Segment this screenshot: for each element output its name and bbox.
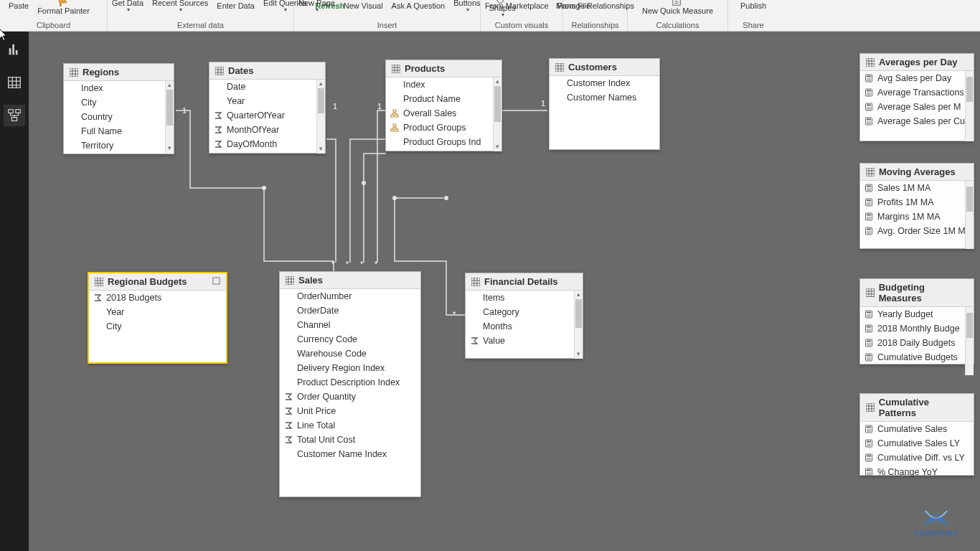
maximize-icon[interactable]	[212, 276, 220, 287]
scroll-thumb[interactable]	[966, 313, 973, 338]
field-item[interactable]: Full Name	[64, 124, 174, 138]
field-item[interactable]: Year	[89, 305, 226, 319]
scroll-down-icon[interactable]: ▾	[494, 143, 501, 151]
field-item[interactable]: Avg. Order Size 1M M	[860, 224, 974, 238]
scrollbar[interactable]: ▴ ▾	[165, 81, 174, 153]
report-view-button[interactable]	[4, 39, 25, 60]
field-item[interactable]: Channel	[280, 318, 420, 332]
field-item[interactable]: Category	[466, 305, 583, 319]
scrollbar[interactable]	[965, 71, 974, 141]
field-item[interactable]: 2018 Budgets	[89, 291, 226, 305]
manage-relationships-button[interactable]: Manage Relationships	[552, 0, 639, 15]
table-cumulative-patterns[interactable]: Cumulative Patterns Cumulative SalesCumu…	[859, 393, 974, 476]
new-quick-measure-button[interactable]: New Quick Measure	[638, 0, 717, 15]
scroll-thumb[interactable]	[575, 299, 582, 328]
table-header[interactable]: Dates	[209, 62, 325, 80]
paste-button[interactable]: Paste	[4, 0, 33, 15]
field-item[interactable]: Average Sales per M	[860, 100, 974, 114]
scroll-thumb[interactable]	[966, 77, 973, 102]
scrollbar[interactable]: ▴ ▾	[574, 291, 583, 359]
field-item[interactable]: City	[64, 95, 174, 110]
field-item[interactable]: Order Quantity	[280, 390, 420, 404]
publish-button[interactable]: Publish	[736, 0, 771, 15]
field-item[interactable]: Cumulative Sales	[860, 422, 974, 436]
field-item[interactable]: Country	[64, 110, 174, 124]
field-item[interactable]: 2018 Monthly Budge	[860, 321, 974, 336]
table-customers[interactable]: Customers Customer IndexCustomer Names	[549, 58, 660, 150]
scroll-thumb[interactable]	[966, 187, 973, 212]
field-item[interactable]: Cumulative Diff. vs LY	[860, 451, 974, 465]
scroll-up-icon[interactable]: ▴	[166, 81, 174, 90]
table-header[interactable]: Financial Details	[466, 273, 583, 291]
field-item[interactable]: Margins 1M MA	[860, 209, 974, 224]
field-item[interactable]: Total Unit Cost	[280, 433, 420, 447]
ask-question-button[interactable]: Ask A Question	[387, 0, 450, 15]
field-item[interactable]: Cumulative Budgets	[860, 350, 974, 364]
field-item[interactable]: Delivery Region Index	[280, 361, 420, 375]
field-item[interactable]: Product Groups Ind	[386, 135, 501, 149]
field-item[interactable]: Customer Index	[550, 76, 659, 90]
field-item[interactable]: Profits 1M MA	[860, 195, 974, 209]
field-item[interactable]: Months	[466, 319, 583, 334]
scrollbar[interactable]	[965, 181, 974, 249]
new-visual-button[interactable]: New Visual	[339, 0, 387, 15]
table-moving-averages[interactable]: Moving Averages Sales 1M MAProfits 1M MA…	[859, 163, 974, 249]
scroll-thumb[interactable]	[166, 90, 173, 126]
field-item[interactable]: Avg Sales per Day	[860, 71, 974, 85]
model-view-button[interactable]	[4, 105, 25, 126]
field-item[interactable]: Value	[466, 334, 583, 348]
table-regional-budgets[interactable]: Regional Budgets 2018 BudgetsYearCity	[88, 272, 227, 364]
field-item[interactable]: 2018 Daily Budgets	[860, 336, 974, 350]
table-header[interactable]: Regional Budgets	[89, 273, 226, 291]
scrollbar[interactable]: ▴ ▾	[316, 80, 325, 154]
model-canvas[interactable]: 1 1 1 1 * * * * * Regions IndexCityCount…	[29, 32, 980, 551]
table-header[interactable]: Regions	[64, 64, 174, 81]
field-item[interactable]: DayOfMonth	[209, 137, 325, 151]
table-sales[interactable]: Sales OrderNumberOrderDateChannelCurrenc…	[279, 271, 421, 497]
table-dates[interactable]: Dates DateYearQuarterOfYearMonthOfYearDa…	[209, 62, 326, 154]
scroll-up-icon[interactable]: ▴	[494, 77, 501, 86]
scroll-down-icon[interactable]: ▾	[166, 144, 174, 153]
table-header[interactable]: Averages per Day	[860, 54, 974, 71]
field-item[interactable]: MonthOfYear	[209, 123, 325, 137]
table-header[interactable]: Sales	[280, 272, 420, 289]
scrollbar[interactable]	[965, 307, 974, 375]
table-budgeting-measures[interactable]: Budgeting Measures Yearly Budget2018 Mon…	[859, 278, 974, 364]
field-item[interactable]: City	[89, 319, 226, 334]
field-item[interactable]: Line Total	[280, 418, 420, 433]
field-item[interactable]: Index	[64, 81, 174, 95]
field-item[interactable]: Product Name	[386, 92, 501, 106]
scrollbar[interactable]: ▴ ▾	[493, 77, 501, 151]
table-financial-details[interactable]: Financial Details ItemsCategoryMonthsVal…	[465, 273, 583, 359]
field-item[interactable]: QuarterOfYear	[209, 108, 325, 123]
enter-data-button[interactable]: Enter Data	[212, 0, 259, 15]
field-item[interactable]: Yearly Budget	[860, 307, 974, 321]
field-item[interactable]: Warehouse Code	[280, 347, 420, 361]
scroll-up-icon[interactable]: ▴	[575, 291, 583, 299]
field-item[interactable]: Territory	[64, 138, 174, 153]
table-products[interactable]: Products IndexProduct NameOverall SalesP…	[385, 60, 502, 151]
field-item[interactable]: Average Transactions	[860, 85, 974, 100]
from-marketplace-button[interactable]: From Marketplace	[481, 0, 553, 15]
field-item[interactable]: Customer Name Index	[280, 447, 420, 461]
scroll-down-icon[interactable]: ▾	[575, 350, 583, 359]
table-regions[interactable]: Regions IndexCityCountryFull NameTerrito…	[63, 63, 174, 154]
field-item[interactable]: % Change YoY	[860, 465, 974, 479]
field-item[interactable]: Date	[209, 80, 325, 94]
buttons-button[interactable]: Buttons▾	[449, 0, 484, 15]
scroll-thumb[interactable]	[494, 86, 501, 122]
field-item[interactable]: OrderNumber	[280, 289, 420, 303]
field-item[interactable]: Currency Code	[280, 332, 420, 347]
scroll-down-icon[interactable]: ▾	[317, 145, 325, 154]
table-header[interactable]: Customers	[550, 59, 659, 76]
format-painter-button[interactable]: Format Painter	[33, 0, 94, 15]
field-item[interactable]: Product Description Index	[280, 375, 420, 390]
field-item[interactable]: Items	[466, 291, 583, 305]
field-item[interactable]: Year	[209, 94, 325, 108]
get-data-button[interactable]: Get Data▾	[108, 0, 148, 15]
field-item[interactable]: Product Groups	[386, 121, 501, 135]
field-item[interactable]: Average Sales per Cu	[860, 114, 974, 128]
field-item[interactable]: Unit Price	[280, 404, 420, 418]
table-header[interactable]: Cumulative Patterns	[860, 394, 974, 422]
table-header[interactable]: Products	[386, 60, 501, 77]
